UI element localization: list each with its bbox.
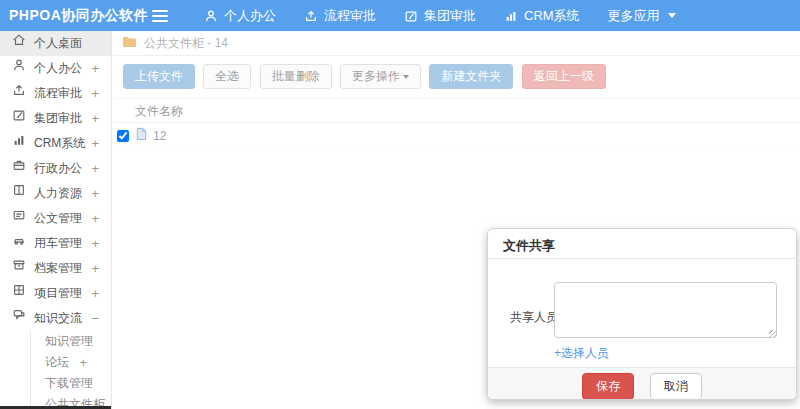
nav-label: 流程审批 <box>324 7 376 25</box>
sidebar-item-hr[interactable]: 人力资源 + <box>0 181 111 206</box>
project-icon <box>12 281 26 306</box>
home-icon <box>12 31 26 56</box>
expand-icon[interactable]: + <box>91 231 99 256</box>
sidebar-item-label: 人力资源 <box>34 181 82 206</box>
file-share-modal: 文件共享 共享人员 +选择人员 保存 取消 <box>487 228 797 400</box>
expand-icon[interactable]: + <box>91 131 99 156</box>
resize-grip-icon[interactable] <box>769 330 777 338</box>
share-personnel-input[interactable] <box>554 282 777 338</box>
breadcrumb-text: 公共文件柜 - 14 <box>144 35 228 52</box>
expand-icon[interactable]: + <box>91 206 99 231</box>
expand-icon[interactable]: + <box>91 106 99 131</box>
expand-icon[interactable]: + <box>91 156 99 181</box>
chat-icon <box>12 306 26 331</box>
sidebar-item-label: 集团审批 <box>34 106 82 131</box>
flow-icon <box>12 81 26 106</box>
sidebar-item-download-management[interactable]: 下载管理 <box>31 373 111 394</box>
app-window: PHPOA协同办公软件 个人办公 流程审批 集团审批 <box>0 0 800 409</box>
file-name[interactable]: 12 <box>153 129 166 143</box>
edit-icon <box>404 9 418 23</box>
sidebar-item-vehicle-management[interactable]: 用车管理 + <box>0 231 111 256</box>
sidebar-item-forum[interactable]: 论坛 + <box>31 352 111 373</box>
collapse-icon[interactable]: − <box>91 306 99 331</box>
more-actions-button[interactable]: 更多操作 <box>340 64 421 89</box>
sidebar-item-group-approval[interactable]: 集团审批 + <box>0 106 111 131</box>
expand-icon[interactable]: + <box>91 281 99 306</box>
sidebar-item-label: 知识交流 <box>34 306 82 331</box>
sidebar-item-project-management[interactable]: 项目管理 + <box>0 281 111 306</box>
top-bar: PHPOA协同办公软件 个人办公 流程审批 集团审批 <box>0 0 800 31</box>
sidebar-subitem-label: 知识管理 <box>45 334 93 348</box>
nav-label: 个人办公 <box>224 7 276 25</box>
sidebar-item-label: 个人办公 <box>34 56 82 81</box>
sidebar-item-personal-office[interactable]: 个人办公 + <box>0 56 111 81</box>
table-row[interactable]: 12 <box>113 123 800 149</box>
sidebar-subitem-label: 下载管理 <box>45 376 93 390</box>
caret-down-icon <box>668 13 676 18</box>
expand-icon[interactable]: + <box>91 81 99 106</box>
toolbar: 上传文件 全选 批量删除 更多操作 新建文件夹 返回上一级 <box>113 56 800 99</box>
expand-icon[interactable]: + <box>91 181 99 206</box>
book-icon <box>12 181 26 206</box>
modal-body: 共享人员 +选择人员 <box>488 259 796 367</box>
batch-delete-button[interactable]: 批量删除 <box>260 64 332 89</box>
select-personnel-link[interactable]: +选择人员 <box>554 345 609 362</box>
expand-icon[interactable]: + <box>91 56 99 81</box>
sidebar-item-label: 流程审批 <box>34 81 82 106</box>
save-button[interactable]: 保存 <box>582 373 634 400</box>
sidebar-item-label: 行政办公 <box>34 156 82 181</box>
briefcase-icon <box>12 156 26 181</box>
modal-header: 文件共享 <box>488 229 796 259</box>
sidebar-item-label: 用车管理 <box>34 231 82 256</box>
user-icon <box>204 9 218 23</box>
sidebar-item-crm[interactable]: CRM系统 + <box>0 131 111 156</box>
nav-personal-office[interactable]: 个人办公 <box>204 7 276 25</box>
flow-icon <box>304 9 318 23</box>
nav-flow-approval[interactable]: 流程审批 <box>304 7 376 25</box>
document-icon <box>12 206 26 231</box>
nav-more-apps[interactable]: 更多应用 <box>608 7 676 25</box>
file-table: 文件名称 12 <box>113 99 800 149</box>
row-checkbox[interactable] <box>117 130 129 142</box>
chart-icon <box>504 9 518 23</box>
nav-label: CRM系统 <box>524 7 580 25</box>
sidebar-item-personal-desktop[interactable]: 个人桌面 <box>0 31 111 56</box>
sidebar-subitem-label: 论坛 <box>45 355 69 369</box>
sidebar-item-doc-management[interactable]: 公文管理 + <box>0 206 111 231</box>
nav-group-approval[interactable]: 集团审批 <box>404 7 476 25</box>
nav-label: 集团审批 <box>424 7 476 25</box>
sidebar-submenu-knowledge: 知识管理 论坛 + 下载管理 公共文件柜 <box>30 331 111 409</box>
share-personnel-label: 共享人员 <box>510 309 558 326</box>
chart-icon <box>12 131 26 156</box>
folder-icon <box>122 35 137 51</box>
sidebar-item-archive-management[interactable]: 档案管理 + <box>0 256 111 281</box>
archive-icon <box>12 256 26 281</box>
sidebar-item-admin-office[interactable]: 行政办公 + <box>0 156 111 181</box>
cancel-button[interactable]: 取消 <box>650 373 702 400</box>
modal-footer: 保存 取消 <box>488 367 796 400</box>
more-actions-label: 更多操作 <box>352 69 400 83</box>
sidebar-item-label: 档案管理 <box>34 256 82 281</box>
hamburger-menu-icon[interactable] <box>152 10 168 22</box>
nav-label: 更多应用 <box>608 7 660 25</box>
car-icon <box>12 231 26 256</box>
file-icon <box>135 127 148 144</box>
app-logo: PHPOA协同办公软件 <box>0 7 150 25</box>
sidebar-item-knowledge-management[interactable]: 知识管理 <box>31 331 111 352</box>
sidebar: 个人桌面 个人办公 + 流程审批 + 集团审批 <box>0 31 112 409</box>
back-button[interactable]: 返回上一级 <box>522 64 606 89</box>
expand-icon[interactable]: + <box>91 256 99 281</box>
nav-crm-system[interactable]: CRM系统 <box>504 7 580 25</box>
sidebar-item-label: 项目管理 <box>34 281 82 306</box>
upload-file-button[interactable]: 上传文件 <box>123 64 195 89</box>
sidebar-item-label: CRM系统 <box>34 131 85 156</box>
new-folder-button[interactable]: 新建文件夹 <box>429 64 513 89</box>
table-header-file-name: 文件名称 <box>113 99 800 123</box>
expand-icon[interactable]: + <box>79 352 87 373</box>
sidebar-item-label: 公文管理 <box>34 206 82 231</box>
sidebar-item-flow-approval[interactable]: 流程审批 + <box>0 81 111 106</box>
sidebar-item-knowledge-exchange[interactable]: 知识交流 − <box>0 306 111 331</box>
edit-icon <box>12 106 26 131</box>
select-all-button[interactable]: 全选 <box>203 64 251 89</box>
breadcrumb: 公共文件柜 - 14 <box>113 31 800 56</box>
